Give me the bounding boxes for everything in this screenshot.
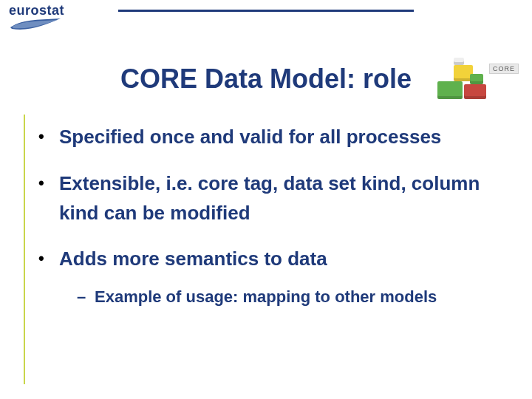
bullet-marker-icon: • <box>38 122 59 152</box>
bullet-text: Specified once and valid for all process… <box>59 122 502 151</box>
bullet-item: • Extensible, i.e. core tag, data set ki… <box>38 168 502 228</box>
slide-title: CORE Data Model: role <box>0 64 532 95</box>
content-area: • Specified once and valid for all proce… <box>24 115 502 384</box>
eurostat-logo: eurostat <box>9 3 64 35</box>
sub-bullet-text: Example of usage: mapping to other model… <box>95 284 502 309</box>
bullet-marker-icon: • <box>38 168 59 199</box>
bullet-text: Adds more semantics to data <box>59 244 502 273</box>
bullet-item: • Adds more semantics to data <box>38 244 502 274</box>
eurostat-swoosh-icon <box>9 17 62 32</box>
sub-bullet-marker-icon: – <box>77 284 95 309</box>
bullet-item: • Specified once and valid for all proce… <box>38 122 502 152</box>
bullet-text: Extensible, i.e. core tag, data set kind… <box>59 168 502 228</box>
header-divider <box>118 10 414 12</box>
bullet-marker-icon: • <box>38 244 59 274</box>
sub-bullet-item: – Example of usage: mapping to other mod… <box>77 284 502 309</box>
eurostat-logo-text: eurostat <box>9 3 64 18</box>
